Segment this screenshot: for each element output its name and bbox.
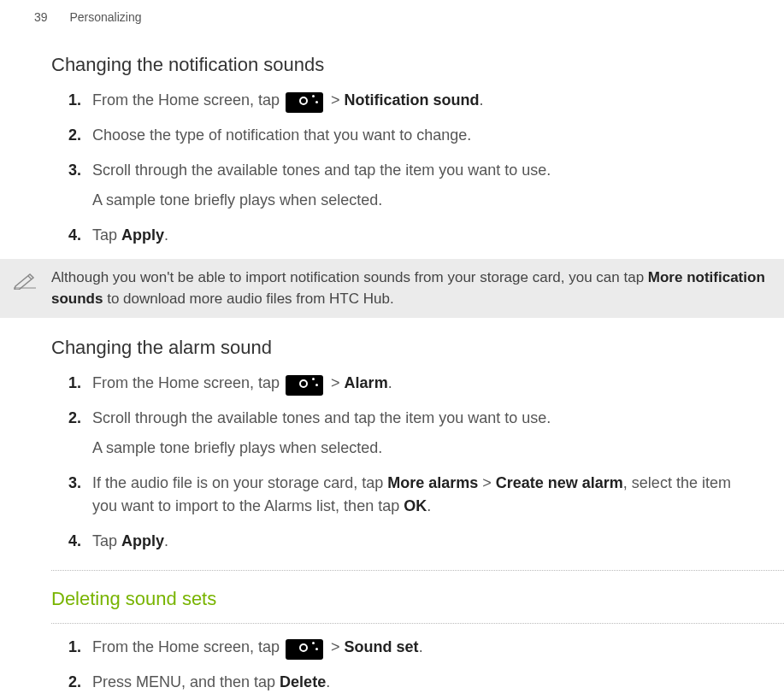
section-heading-notification-sounds: Changing the notification sounds bbox=[51, 50, 758, 79]
personalize-icon bbox=[286, 375, 323, 396]
step-tail: . bbox=[164, 532, 168, 549]
step-sep: > bbox=[327, 638, 345, 655]
steps-list-alarm: 1. From the Home screen, tap > Alarm. 2.… bbox=[51, 372, 758, 553]
step-number: 4. bbox=[68, 224, 81, 247]
list-item: 1. From the Home screen, tap > Notificat… bbox=[92, 89, 758, 112]
apply-label: Apply bbox=[121, 226, 164, 244]
note-text-tail: to download more audio files from HTC Hu… bbox=[103, 291, 393, 307]
list-item: 1. From the Home screen, tap > Sound set… bbox=[92, 636, 758, 659]
note-box: Although you won't be able to import not… bbox=[0, 259, 784, 318]
list-item: 1. From the Home screen, tap > Alarm. bbox=[92, 372, 758, 395]
section-heading-alarm-sound: Changing the alarm sound bbox=[51, 333, 758, 361]
step-sep: > bbox=[327, 374, 345, 391]
step-number: 2. bbox=[68, 671, 81, 694]
section-heading-deleting-sound-sets: Deleting sound sets bbox=[51, 584, 784, 613]
create-new-alarm-label: Create new alarm bbox=[496, 474, 623, 491]
step-text: Scroll through the available tones and t… bbox=[92, 409, 551, 426]
step-text: If the audio file is on your storage car… bbox=[92, 474, 387, 491]
ok-label: OK bbox=[404, 497, 427, 514]
steps-list-delete: 1. From the Home screen, tap > Sound set… bbox=[51, 636, 758, 699]
step-number: 2. bbox=[68, 124, 81, 147]
list-item: 4. Tap Apply. bbox=[92, 530, 758, 553]
list-item: 3. Scroll through the available tones an… bbox=[92, 159, 758, 212]
step-text: From the Home screen, tap bbox=[92, 374, 284, 391]
step-tail: . bbox=[388, 374, 392, 391]
sound-set-label: Sound set bbox=[345, 638, 419, 655]
step-number: 3. bbox=[68, 159, 81, 182]
list-item: 3. If the audio file is on your storage … bbox=[92, 472, 758, 518]
notification-sound-label: Notification sound bbox=[345, 91, 480, 109]
step-text: Scroll through the available tones and t… bbox=[92, 162, 551, 179]
alarm-label: Alarm bbox=[345, 374, 388, 391]
step-tail: . bbox=[164, 226, 168, 244]
step-tail: . bbox=[480, 91, 484, 109]
step-text: Choose the type of notification that you… bbox=[92, 126, 471, 144]
chapter-name: Personalizing bbox=[69, 10, 141, 24]
apply-label: Apply bbox=[121, 532, 164, 549]
page-header: 39 Personalizing bbox=[0, 0, 784, 26]
step-tail: . bbox=[419, 638, 423, 655]
personalize-icon bbox=[286, 92, 323, 113]
step-text: Press MENU, and then tap bbox=[92, 673, 280, 690]
list-item: 2. Scroll through the available tones an… bbox=[92, 407, 758, 460]
more-alarms-label: More alarms bbox=[387, 474, 478, 491]
step-tail: . bbox=[427, 497, 431, 514]
section-heading-deleting-sound-sets-wrap: Deleting sound sets bbox=[51, 570, 784, 624]
pencil-icon bbox=[13, 271, 37, 297]
step-sep: > bbox=[327, 91, 345, 109]
step-number: 4. bbox=[68, 530, 81, 553]
steps-list-notification: 1. From the Home screen, tap > Notificat… bbox=[51, 89, 758, 247]
list-item: 2. Press MENU, and then tap Delete. bbox=[92, 671, 758, 694]
step-text: From the Home screen, tap bbox=[92, 638, 284, 655]
step-text: Tap bbox=[92, 226, 121, 244]
list-item: 4. Tap Apply. bbox=[92, 224, 758, 247]
step-number: 1. bbox=[68, 636, 81, 659]
note-text-pre: Although you won't be able to import not… bbox=[51, 269, 648, 285]
step-number: 1. bbox=[68, 89, 81, 112]
step-number: 1. bbox=[68, 372, 81, 395]
page-number: 39 bbox=[34, 9, 48, 26]
step-number: 2. bbox=[68, 407, 81, 430]
step-tail: . bbox=[326, 673, 330, 690]
step-followup: A sample tone briefly plays when selecte… bbox=[92, 189, 758, 212]
step-number: 3. bbox=[68, 472, 81, 495]
step-followup: A sample tone briefly plays when selecte… bbox=[92, 437, 758, 460]
personalize-icon bbox=[286, 639, 323, 660]
step-text: From the Home screen, tap bbox=[92, 91, 284, 109]
list-item: 2. Choose the type of notification that … bbox=[92, 124, 758, 147]
delete-label: Delete bbox=[280, 673, 326, 690]
step-text: Tap bbox=[92, 532, 121, 549]
step-mid1: > bbox=[478, 474, 496, 491]
